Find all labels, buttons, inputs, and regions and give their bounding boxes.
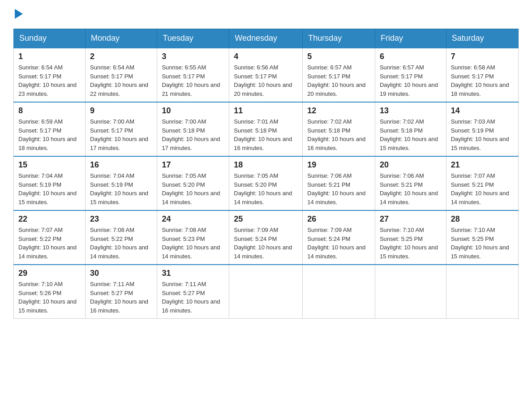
cell-day-number: 24 [162,214,224,224]
calendar-cell: 28Sunrise: 7:10 AMSunset: 5:25 PMDayligh… [446,210,518,265]
cell-info: Sunrise: 6:58 AMSunset: 5:17 PMDaylight:… [451,63,514,98]
cell-info: Sunrise: 7:09 AMSunset: 5:24 PMDaylight:… [234,226,298,261]
calendar-cell: 29Sunrise: 7:10 AMSunset: 5:26 PMDayligh… [14,265,86,319]
cell-info: Sunrise: 7:06 AMSunset: 5:21 PMDaylight:… [380,171,442,206]
calendar-cell: 7Sunrise: 6:58 AMSunset: 5:17 PMDaylight… [446,48,518,102]
cell-day-number: 4 [234,52,298,61]
cell-day-number: 7 [451,52,514,61]
calendar-cell: 16Sunrise: 7:04 AMSunset: 5:19 PMDayligh… [86,156,157,210]
cell-info: Sunrise: 7:07 AMSunset: 5:21 PMDaylight:… [451,171,514,206]
cell-info: Sunrise: 7:08 AMSunset: 5:23 PMDaylight:… [162,226,224,261]
calendar-cell: 22Sunrise: 7:07 AMSunset: 5:22 PMDayligh… [14,210,86,265]
cell-info: Sunrise: 7:02 AMSunset: 5:18 PMDaylight:… [307,117,370,152]
calendar-cell: 23Sunrise: 7:08 AMSunset: 5:22 PMDayligh… [86,210,157,265]
cell-info: Sunrise: 7:10 AMSunset: 5:26 PMDaylight:… [18,280,81,315]
cell-info: Sunrise: 7:06 AMSunset: 5:21 PMDaylight:… [307,171,370,206]
calendar-cell: 24Sunrise: 7:08 AMSunset: 5:23 PMDayligh… [157,210,229,265]
cell-day-number: 20 [380,160,442,170]
cell-day-number: 13 [380,106,442,116]
cell-day-number: 26 [307,214,370,224]
cell-info: Sunrise: 7:10 AMSunset: 5:25 PMDaylight:… [451,226,514,261]
cell-info: Sunrise: 7:05 AMSunset: 5:20 PMDaylight:… [162,171,224,206]
cell-day-number: 2 [90,52,152,61]
calendar-cell: 20Sunrise: 7:06 AMSunset: 5:21 PMDayligh… [375,156,446,210]
calendar-cell: 1Sunrise: 6:54 AMSunset: 5:17 PMDaylight… [14,48,86,102]
week-row-4: 22Sunrise: 7:07 AMSunset: 5:22 PMDayligh… [14,210,519,265]
cell-day-number: 5 [307,52,370,61]
cell-info: Sunrise: 7:04 AMSunset: 5:19 PMDaylight:… [18,171,81,206]
cell-info: Sunrise: 7:10 AMSunset: 5:25 PMDaylight:… [380,226,442,261]
calendar-cell: 13Sunrise: 7:02 AMSunset: 5:18 PMDayligh… [375,102,446,156]
cell-info: Sunrise: 6:56 AMSunset: 5:17 PMDaylight:… [234,63,298,98]
calendar-table: SundayMondayTuesdayWednesdayThursdayFrid… [13,29,519,319]
cell-day-number: 21 [451,160,514,170]
cell-day-number: 30 [90,269,152,278]
calendar-cell [229,265,303,319]
calendar-cell: 6Sunrise: 6:57 AMSunset: 5:17 PMDaylight… [375,48,446,102]
cell-day-number: 29 [18,269,81,278]
calendar-cell: 12Sunrise: 7:02 AMSunset: 5:18 PMDayligh… [303,102,375,156]
calendar-cell: 4Sunrise: 6:56 AMSunset: 5:17 PMDaylight… [229,48,303,102]
calendar-cell: 15Sunrise: 7:04 AMSunset: 5:19 PMDayligh… [14,156,86,210]
calendar-cell: 17Sunrise: 7:05 AMSunset: 5:20 PMDayligh… [157,156,229,210]
cell-info: Sunrise: 7:11 AMSunset: 5:27 PMDaylight:… [162,280,224,315]
header-day-friday: Friday [375,29,446,48]
calendar-cell: 25Sunrise: 7:09 AMSunset: 5:24 PMDayligh… [229,210,303,265]
header-row: SundayMondayTuesdayWednesdayThursdayFrid… [14,29,519,48]
cell-day-number: 25 [234,214,298,224]
calendar-cell: 19Sunrise: 7:06 AMSunset: 5:21 PMDayligh… [303,156,375,210]
cell-day-number: 31 [162,269,224,278]
cell-info: Sunrise: 6:59 AMSunset: 5:17 PMDaylight:… [18,117,81,152]
page-header [13,9,519,20]
cell-day-number: 28 [451,214,514,224]
calendar-cell: 21Sunrise: 7:07 AMSunset: 5:21 PMDayligh… [446,156,518,210]
header-day-tuesday: Tuesday [157,29,229,48]
week-row-1: 1Sunrise: 6:54 AMSunset: 5:17 PMDaylight… [14,48,519,102]
calendar-cell: 26Sunrise: 7:09 AMSunset: 5:24 PMDayligh… [303,210,375,265]
cell-info: Sunrise: 7:01 AMSunset: 5:18 PMDaylight:… [234,117,298,152]
logo [13,9,23,20]
cell-info: Sunrise: 7:03 AMSunset: 5:19 PMDaylight:… [451,117,514,152]
cell-info: Sunrise: 7:00 AMSunset: 5:18 PMDaylight:… [162,117,224,152]
header-day-wednesday: Wednesday [229,29,303,48]
cell-day-number: 17 [162,160,224,170]
calendar-cell: 14Sunrise: 7:03 AMSunset: 5:19 PMDayligh… [446,102,518,156]
cell-day-number: 12 [307,106,370,116]
logo-triangle-icon [15,9,23,19]
cell-info: Sunrise: 6:54 AMSunset: 5:17 PMDaylight:… [18,63,81,98]
calendar-cell: 30Sunrise: 7:11 AMSunset: 5:27 PMDayligh… [86,265,157,319]
calendar-cell [303,265,375,319]
calendar-cell: 27Sunrise: 7:10 AMSunset: 5:25 PMDayligh… [375,210,446,265]
cell-day-number: 19 [307,160,370,170]
calendar-cell: 5Sunrise: 6:57 AMSunset: 5:17 PMDaylight… [303,48,375,102]
calendar-cell [446,265,518,319]
cell-day-number: 6 [380,52,442,61]
cell-day-number: 11 [234,106,298,116]
cell-day-number: 23 [90,214,152,224]
calendar-cell: 18Sunrise: 7:05 AMSunset: 5:20 PMDayligh… [229,156,303,210]
cell-day-number: 27 [380,214,442,224]
calendar-cell: 11Sunrise: 7:01 AMSunset: 5:18 PMDayligh… [229,102,303,156]
header-day-saturday: Saturday [446,29,518,48]
cell-info: Sunrise: 7:00 AMSunset: 5:17 PMDaylight:… [90,117,152,152]
header-day-sunday: Sunday [14,29,86,48]
cell-day-number: 8 [18,106,81,116]
cell-info: Sunrise: 6:54 AMSunset: 5:17 PMDaylight:… [90,63,152,98]
calendar-cell: 9Sunrise: 7:00 AMSunset: 5:17 PMDaylight… [86,102,157,156]
cell-day-number: 18 [234,160,298,170]
cell-day-number: 15 [18,160,81,170]
week-row-3: 15Sunrise: 7:04 AMSunset: 5:19 PMDayligh… [14,156,519,210]
cell-day-number: 16 [90,160,152,170]
calendar-cell: 10Sunrise: 7:00 AMSunset: 5:18 PMDayligh… [157,102,229,156]
week-row-5: 29Sunrise: 7:10 AMSunset: 5:26 PMDayligh… [14,265,519,319]
calendar-cell: 31Sunrise: 7:11 AMSunset: 5:27 PMDayligh… [157,265,229,319]
cell-info: Sunrise: 6:55 AMSunset: 5:17 PMDaylight:… [162,63,224,98]
calendar-cell: 8Sunrise: 6:59 AMSunset: 5:17 PMDaylight… [14,102,86,156]
cell-info: Sunrise: 6:57 AMSunset: 5:17 PMDaylight:… [380,63,442,98]
cell-day-number: 10 [162,106,224,116]
header-day-thursday: Thursday [303,29,375,48]
cell-day-number: 3 [162,52,224,61]
calendar-cell: 3Sunrise: 6:55 AMSunset: 5:17 PMDaylight… [157,48,229,102]
calendar-cell [375,265,446,319]
week-row-2: 8Sunrise: 6:59 AMSunset: 5:17 PMDaylight… [14,102,519,156]
